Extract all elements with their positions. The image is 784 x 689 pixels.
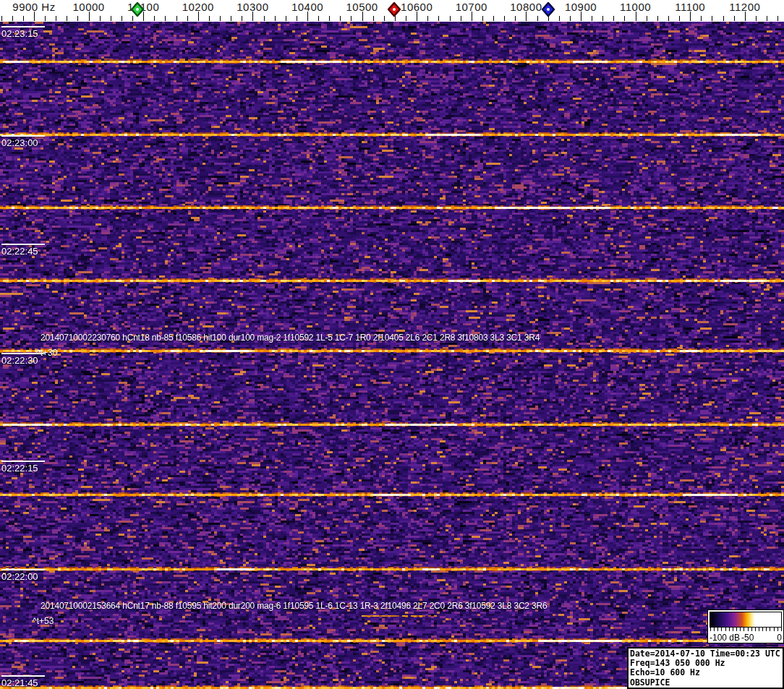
freq-minor-tick <box>537 16 538 21</box>
freq-minor-tick <box>767 16 767 21</box>
time-label: 02:23:00 <box>1 137 38 148</box>
freq-axis-label: 9900 Hz <box>12 1 55 13</box>
time-tick <box>1 675 45 677</box>
colorbar-max-label: 0 <box>777 633 782 643</box>
freq-minor-tick <box>657 16 658 21</box>
axis-marker-green-diamond-icon[interactable] <box>130 1 145 17</box>
colorbar-mid-label: -50 <box>741 633 754 643</box>
freq-minor-tick <box>570 16 571 21</box>
detection-text: 20140710002153664 hCnt17 nb-88 f10595 hi… <box>41 601 547 611</box>
freq-axis-label: 10900 <box>565 1 597 13</box>
freq-minor-tick <box>122 16 122 21</box>
time-tick <box>1 569 45 570</box>
time-tick <box>1 135 45 137</box>
colorbar-tick <box>774 628 775 631</box>
info-station: OBSUPICE <box>630 678 781 688</box>
colorbar-tick <box>781 628 782 631</box>
colorbar-tick <box>762 628 763 631</box>
freq-minor-tick <box>45 16 46 21</box>
time-tick <box>1 244 45 245</box>
freq-minor-tick <box>340 16 341 21</box>
detection-time-marker: ^t+53 <box>33 616 54 626</box>
freq-minor-tick <box>111 16 111 21</box>
freq-minor-tick <box>504 16 505 21</box>
freq-minor-tick <box>187 16 188 21</box>
freq-minor-tick <box>482 16 483 21</box>
freq-minor-tick <box>602 16 603 21</box>
freq-minor-tick <box>734 16 735 21</box>
time-label: 02:22:00 <box>1 571 38 582</box>
time-tick <box>1 26 45 27</box>
freq-minor-tick <box>154 16 155 21</box>
time-label: 02:21:45 <box>1 677 38 688</box>
freq-axis-label: 10300 <box>237 1 268 13</box>
freq-minor-tick <box>493 16 494 21</box>
freq-minor-tick <box>701 16 702 21</box>
info-echo: Echo=10 600 Hz <box>630 668 781 677</box>
time-label: 02:23:15 <box>1 28 38 39</box>
colorbar-tick <box>766 628 767 631</box>
freq-minor-tick <box>438 16 439 21</box>
colorbar-tick <box>710 628 711 631</box>
freq-minor-tick <box>723 16 724 21</box>
time-label: 02:22:15 <box>1 463 38 474</box>
freq-minor-tick <box>242 16 242 21</box>
freq-minor-tick <box>461 16 461 21</box>
colorbar-gradient <box>710 612 782 628</box>
freq-minor-tick <box>297 16 297 21</box>
freq-minor-tick <box>613 16 614 21</box>
colorbar-labels: -100 dB -50 0 <box>708 633 783 643</box>
freq-minor-tick <box>176 16 177 21</box>
freq-minor-tick <box>100 16 101 21</box>
detection-time-marker: ^t+30 <box>36 348 57 358</box>
colorbar-tick <box>721 628 722 631</box>
time-tick <box>1 461 45 462</box>
colorbar-tick <box>736 628 737 631</box>
freq-minor-tick <box>756 16 757 21</box>
freq-minor-tick <box>264 16 265 21</box>
freq-minor-tick <box>679 16 680 21</box>
frequency-axis: 9900 Hz100001010010200103001040010500106… <box>0 0 784 22</box>
freq-minor-tick <box>373 16 374 21</box>
time-label: 02:22:30 <box>1 355 38 366</box>
axis-marker-red-diamond-icon[interactable] <box>387 1 401 17</box>
colorbar-tick <box>717 628 718 631</box>
freq-minor-tick <box>712 16 712 21</box>
colorbar-tick <box>729 628 730 631</box>
freq-minor-tick <box>329 16 330 21</box>
freq-minor-tick <box>23 16 24 21</box>
freq-minor-tick <box>209 16 210 21</box>
colorbar-tick <box>714 628 715 631</box>
freq-minor-tick <box>647 16 647 21</box>
axis-marker-blue-diamond-icon[interactable] <box>541 1 555 17</box>
meteor-spectrogram-screen: 9900 Hz100001010010200103001040010500106… <box>0 0 784 689</box>
colorbar-tick <box>748 628 749 631</box>
freq-minor-tick <box>777 16 778 21</box>
colorbar-tick <box>743 628 744 631</box>
freq-minor-tick <box>624 16 625 21</box>
freq-minor-tick <box>318 16 319 21</box>
freq-axis-label: 10600 <box>401 1 433 13</box>
time-label: 02:22:45 <box>1 246 38 257</box>
detection-text: 20140710002230760 hCnt18 nb-85 f10586 hi… <box>41 333 540 343</box>
colorbar-tick <box>733 628 733 631</box>
freq-axis-label: 10000 <box>72 1 104 13</box>
freq-minor-tick <box>427 16 428 21</box>
waterfall-spectrogram-canvas <box>0 22 784 689</box>
colorbar-min-label: -100 dB <box>710 633 740 643</box>
freq-minor-tick <box>559 16 560 21</box>
freq-minor-tick <box>286 16 286 21</box>
colorbar-tick <box>740 628 741 631</box>
freq-minor-tick <box>67 16 67 21</box>
freq-minor-tick <box>351 16 351 21</box>
colorbar-tick <box>755 628 756 631</box>
colorbar-tick <box>770 628 770 631</box>
freq-minor-tick <box>77 16 78 21</box>
freq-minor-tick <box>450 16 451 21</box>
freq-minor-tick <box>515 16 516 21</box>
freq-minor-tick <box>165 16 166 21</box>
freq-minor-tick <box>668 16 669 21</box>
colorbar-tick <box>777 628 778 631</box>
colorbar-ticks <box>710 628 781 633</box>
freq-minor-tick <box>56 16 56 21</box>
